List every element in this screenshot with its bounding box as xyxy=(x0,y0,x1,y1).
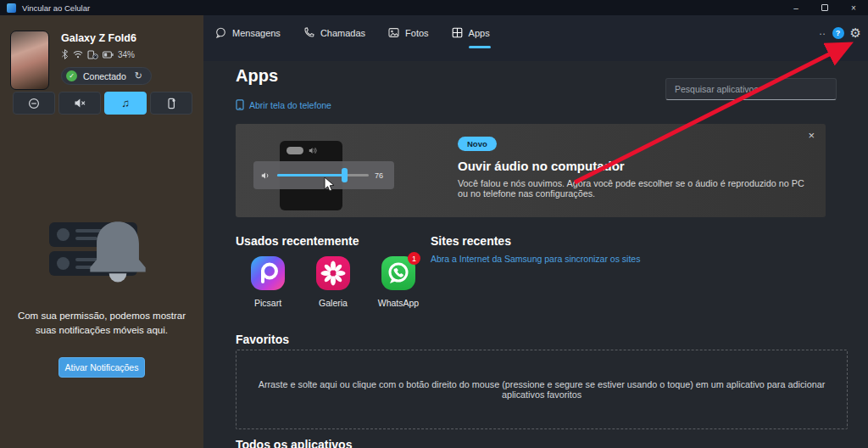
do-not-disturb-button[interactable] xyxy=(13,92,55,115)
phone-screen-button[interactable] xyxy=(150,92,192,115)
tab-mensagens[interactable]: Mensagens xyxy=(215,27,281,43)
app-label: Galeria xyxy=(319,298,348,308)
slider-speaker-icon xyxy=(261,171,271,180)
speaker-muted-icon xyxy=(74,98,86,109)
tab-label: Apps xyxy=(469,28,490,38)
tab-fotos[interactable]: Fotos xyxy=(388,27,429,43)
notifications-permission-text: Com sua permissão, podemos mostrar suas … xyxy=(14,309,190,337)
favorites-title: Favoritos xyxy=(236,333,289,346)
tab-bar: Mensagens Chamadas Fotos Apps xyxy=(215,27,490,43)
photos-icon xyxy=(388,27,399,38)
phone-screen-icon xyxy=(236,99,244,110)
app-tile-picsart[interactable]: Picsart xyxy=(244,256,292,308)
notifications-illustration xyxy=(0,212,203,305)
connected-check-icon: ✓ xyxy=(66,70,77,81)
apps-page: Apps Abrir tela do telefone 76 Novo Ouvi… xyxy=(203,61,868,448)
tab-label: Mensagens xyxy=(232,28,281,38)
novo-badge: Novo xyxy=(458,137,497,151)
active-tab-underline xyxy=(469,46,491,48)
open-phone-screen-link[interactable]: Abrir tela do telefone xyxy=(236,99,331,110)
app-label: Picsart xyxy=(254,298,281,308)
message-bubble-icon xyxy=(215,27,226,38)
window-title: Vincular ao Celular xyxy=(22,3,90,13)
minimize-button[interactable]: – xyxy=(782,0,810,15)
audio-on-pc-button[interactable]: ♫ xyxy=(104,92,147,115)
apps-grid-icon xyxy=(452,27,463,38)
battery-icon xyxy=(103,51,114,59)
music-notes-icon: ♫ xyxy=(121,98,130,109)
tab-label: Fotos xyxy=(405,28,429,38)
banner-toggle-graphic xyxy=(287,147,303,154)
banner-title: Ouvir áudio no computador xyxy=(458,159,814,173)
recent-apps-title: Usados recentemente xyxy=(236,234,359,248)
maximize-icon xyxy=(821,4,828,11)
audio-banner: 76 Novo Ouvir áudio no computador Você f… xyxy=(236,124,826,217)
tab-label: Chamadas xyxy=(320,28,365,38)
favorites-hint: Arraste e solte aqui ou clique com o bot… xyxy=(236,379,847,400)
help-badge-icon[interactable]: ? xyxy=(832,27,844,39)
open-phone-screen-label: Abrir tela do telefone xyxy=(249,100,331,110)
phone-link-logo-icon xyxy=(7,3,16,13)
phone-icon xyxy=(165,98,177,109)
bell-icon xyxy=(81,216,154,292)
sidebar: Galaxy Z Fold6 34% ✓ Conectado ↻ xyxy=(0,15,203,448)
volume-value: 76 xyxy=(375,171,383,180)
picsart-icon xyxy=(251,256,285,290)
settings-gear-icon[interactable]: ⚙ xyxy=(850,26,861,39)
whatsapp-icon: 1 xyxy=(381,256,415,290)
titlebar: Vincular ao Celular – × xyxy=(0,0,868,15)
tab-chamadas[interactable]: Chamadas xyxy=(303,27,365,43)
more-options-icon[interactable]: ∙∙ xyxy=(819,28,826,38)
phone-call-icon xyxy=(303,27,314,38)
banner-speaker-icon xyxy=(309,147,318,154)
battery-percent: 34% xyxy=(118,50,135,59)
wifi-icon xyxy=(73,50,83,59)
enable-notifications-button[interactable]: Ativar Notificações xyxy=(58,357,145,378)
refresh-icon[interactable]: ↻ xyxy=(135,70,142,81)
mouse-cursor-icon xyxy=(323,176,337,193)
do-not-disturb-icon xyxy=(28,98,40,109)
whatsapp-notification-badge: 1 xyxy=(408,252,420,265)
connection-status-label: Conectado xyxy=(83,71,126,81)
recent-apps-row: Picsart Galeria 1 WhatsApp xyxy=(244,256,422,308)
tab-apps[interactable]: Apps xyxy=(452,27,490,43)
device-sync-icon xyxy=(87,50,98,59)
close-button[interactable]: × xyxy=(839,0,868,15)
app-tile-whatsapp[interactable]: 1 WhatsApp xyxy=(375,256,422,308)
recent-sites-title: Sites recentes xyxy=(431,234,511,248)
banner-close-icon[interactable]: × xyxy=(808,129,815,142)
app-label: WhatsApp xyxy=(378,298,419,308)
mute-phone-button[interactable] xyxy=(58,92,101,115)
device-name: Galaxy Z Fold6 xyxy=(61,31,152,44)
banner-description: Você falou e nós ouvimos. Agora você pod… xyxy=(458,178,814,199)
main-header: Mensagens Chamadas Fotos Apps ∙∙ ? ⚙ xyxy=(203,15,868,61)
quick-actions: ♫ xyxy=(13,92,192,115)
maximize-button[interactable] xyxy=(810,0,839,15)
volume-thumb xyxy=(342,168,348,182)
device-status-icons: 34% xyxy=(61,49,152,59)
samsung-internet-sync-link[interactable]: Abra a Internet da Samsung para sincroni… xyxy=(431,254,640,264)
phone-link-window: Vincular ao Celular – × Galaxy Z Fold6 3… xyxy=(0,0,868,448)
all-apps-title: Todos os aplicativos xyxy=(236,438,352,448)
app-tile-galeria[interactable]: Galeria xyxy=(309,256,357,308)
connection-status-pill[interactable]: ✓ Conectado ↻ xyxy=(61,67,152,85)
galeria-icon xyxy=(316,256,350,290)
device-card: Galaxy Z Fold6 34% ✓ Conectado ↻ xyxy=(10,31,152,90)
phone-wallpaper-thumbnail xyxy=(10,31,49,90)
page-title: Apps xyxy=(236,66,278,86)
favorites-dropzone[interactable]: Arraste e solte aqui ou clique com o bot… xyxy=(236,350,848,429)
bluetooth-icon xyxy=(61,49,69,59)
search-input[interactable] xyxy=(665,78,837,100)
